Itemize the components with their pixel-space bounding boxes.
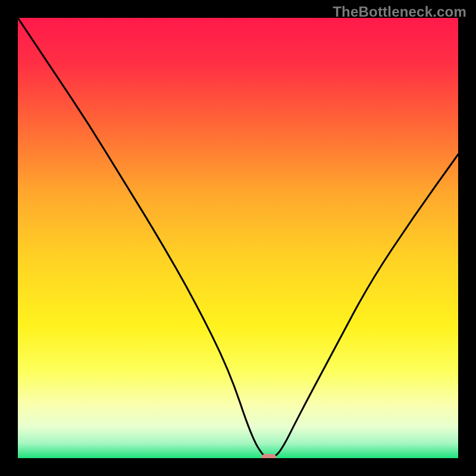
chart-frame: TheBottleneck.com: [0, 0, 476, 476]
optimal-marker: [261, 454, 277, 458]
gradient-background: [18, 18, 458, 458]
bottleneck-chart: [18, 18, 458, 458]
